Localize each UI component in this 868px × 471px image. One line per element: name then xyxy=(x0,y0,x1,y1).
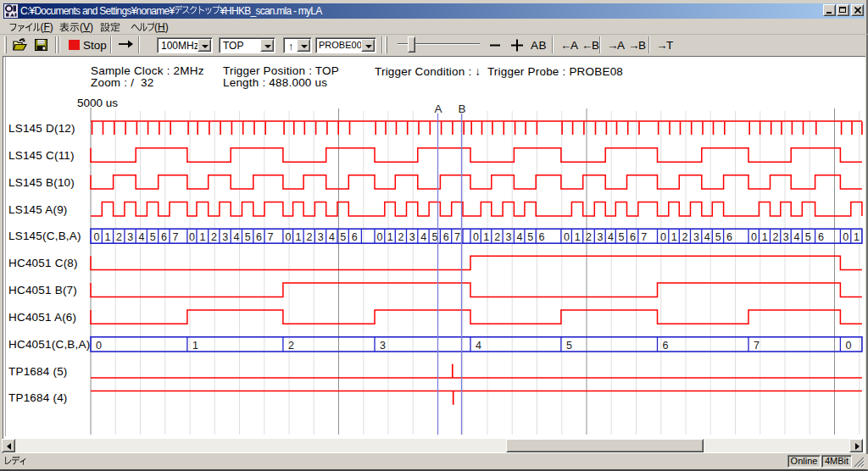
svg-text:6: 6 xyxy=(630,231,636,243)
svg-text:2: 2 xyxy=(586,231,592,243)
svg-text:1: 1 xyxy=(762,231,768,243)
svg-text:6: 6 xyxy=(256,231,262,243)
svg-text:0: 0 xyxy=(564,231,570,243)
svg-text:4: 4 xyxy=(420,231,426,243)
svg-text:5: 5 xyxy=(715,231,721,243)
svg-text:6: 6 xyxy=(818,231,824,243)
svg-text:3: 3 xyxy=(783,231,789,243)
svg-text:6: 6 xyxy=(443,231,449,243)
svg-text:4: 4 xyxy=(329,231,335,243)
svg-text:4: 4 xyxy=(794,231,800,243)
svg-text:7: 7 xyxy=(754,340,760,352)
svg-text:4: 4 xyxy=(234,231,240,243)
svg-text:4: 4 xyxy=(608,231,614,243)
svg-text:5: 5 xyxy=(527,231,533,243)
svg-text:1: 1 xyxy=(671,231,677,243)
svg-text:6: 6 xyxy=(352,231,358,243)
svg-text:6: 6 xyxy=(663,340,669,352)
svg-text:3: 3 xyxy=(409,231,415,243)
svg-text:0: 0 xyxy=(751,231,757,243)
svg-text:0: 0 xyxy=(285,231,291,243)
svg-text:2: 2 xyxy=(682,231,688,243)
svg-text:2: 2 xyxy=(288,340,294,352)
svg-text:1: 1 xyxy=(854,231,860,243)
svg-text:2: 2 xyxy=(116,231,122,243)
svg-text:5: 5 xyxy=(432,231,438,243)
svg-text:0: 0 xyxy=(93,231,99,243)
svg-text:1: 1 xyxy=(387,231,393,243)
svg-text:0: 0 xyxy=(473,231,479,243)
svg-text:4: 4 xyxy=(476,340,481,352)
svg-text:3: 3 xyxy=(693,231,699,243)
svg-text:4: 4 xyxy=(516,231,522,243)
svg-text:7: 7 xyxy=(267,231,273,243)
svg-text:7: 7 xyxy=(641,231,647,243)
svg-text:1: 1 xyxy=(296,231,302,243)
svg-text:3: 3 xyxy=(598,231,604,243)
svg-text:3: 3 xyxy=(380,340,386,352)
svg-text:2: 2 xyxy=(772,231,778,243)
svg-text:2: 2 xyxy=(306,231,312,243)
svg-text:3: 3 xyxy=(318,231,324,243)
svg-text:0: 0 xyxy=(845,340,851,352)
svg-text:1: 1 xyxy=(192,340,198,352)
svg-text:6: 6 xyxy=(539,231,545,243)
svg-text:7: 7 xyxy=(454,231,460,243)
svg-text:5: 5 xyxy=(150,231,156,243)
svg-text:5: 5 xyxy=(245,231,251,243)
svg-text:1: 1 xyxy=(575,231,581,243)
svg-text:0: 0 xyxy=(843,231,849,243)
svg-text:0: 0 xyxy=(189,231,195,243)
svg-text:3: 3 xyxy=(506,231,512,243)
svg-text:2: 2 xyxy=(211,231,217,243)
svg-text:0: 0 xyxy=(377,231,383,243)
svg-text:1: 1 xyxy=(105,231,111,243)
svg-text:5: 5 xyxy=(340,231,346,243)
svg-text:2: 2 xyxy=(398,231,404,243)
svg-text:5: 5 xyxy=(805,231,811,243)
svg-text:B: B xyxy=(458,103,465,115)
svg-text:0: 0 xyxy=(660,231,666,243)
svg-text:4: 4 xyxy=(139,231,145,243)
svg-text:3: 3 xyxy=(127,231,133,243)
svg-text:6: 6 xyxy=(161,231,167,243)
svg-text:4: 4 xyxy=(704,231,710,243)
svg-text:0: 0 xyxy=(96,340,102,352)
svg-text:5: 5 xyxy=(566,340,572,352)
svg-text:7: 7 xyxy=(172,231,178,243)
svg-text:3: 3 xyxy=(222,231,228,243)
svg-text:1: 1 xyxy=(483,231,489,243)
svg-text:6: 6 xyxy=(726,231,732,243)
svg-text:1: 1 xyxy=(199,231,205,243)
svg-text:A: A xyxy=(434,103,442,115)
svg-text:2: 2 xyxy=(494,231,500,243)
svg-text:5: 5 xyxy=(619,231,625,243)
